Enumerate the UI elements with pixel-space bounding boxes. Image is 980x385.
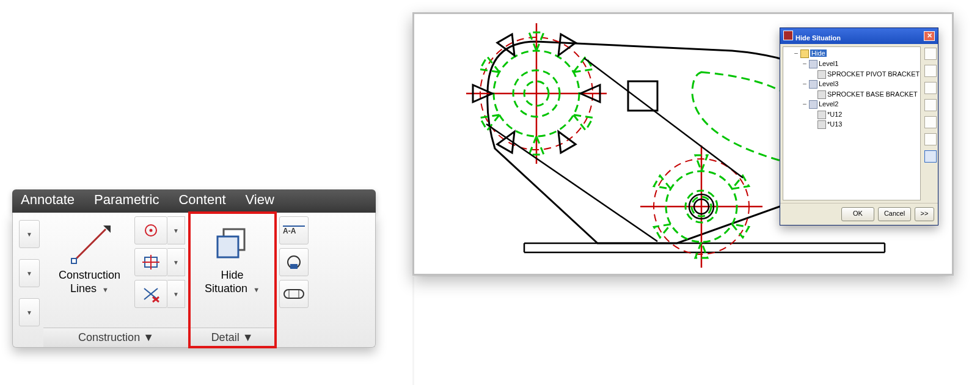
level-icon bbox=[809, 80, 817, 89]
panel-edge: ▼ ▼ ▼ bbox=[13, 213, 43, 347]
tree-level2[interactable]: Level2 bbox=[819, 100, 838, 108]
delete-cline-button[interactable] bbox=[134, 280, 167, 308]
dialog-cancel-button[interactable]: Cancel bbox=[878, 207, 911, 221]
panel-construction: Construction Lines ▼ ▼ bbox=[43, 213, 189, 347]
break-view-button[interactable] bbox=[279, 280, 309, 308]
dialog-footer: OK Cancel >> bbox=[780, 203, 938, 225]
svg-rect-11 bbox=[218, 237, 238, 257]
panel-construction-footer[interactable]: Construction ▼ bbox=[43, 328, 189, 347]
ribbon-crop: Annotate Parametric Content View ▼ ▼ ▼ bbox=[12, 189, 376, 348]
dialog-side-toolbar bbox=[923, 44, 938, 203]
part-icon bbox=[817, 120, 826, 129]
panel-detail: Hide Situation ▼ Detail ▼ bbox=[189, 213, 276, 347]
delete-cline-menu[interactable]: ▼ bbox=[167, 280, 185, 308]
tree-level1[interactable]: Level1 bbox=[819, 60, 838, 67]
construction-lines-caret: ▼ bbox=[102, 286, 109, 293]
tree-level2-item1[interactable]: *U12 bbox=[827, 111, 842, 118]
construction-lines-button[interactable]: Construction Lines ▼ bbox=[47, 216, 132, 301]
dialog-titlebar[interactable]: Hide Situation ✕ bbox=[780, 28, 938, 44]
side-tool-2[interactable] bbox=[924, 65, 937, 77]
construction-lines-label-2: Lines bbox=[70, 282, 97, 295]
folder-icon bbox=[800, 50, 809, 58]
rectangle-cline-button[interactable] bbox=[134, 248, 167, 276]
panel-partial-right: A-A bbox=[276, 213, 312, 347]
section-view-button[interactable]: A-A bbox=[279, 216, 309, 244]
tree-level2-item2[interactable]: *U13 bbox=[827, 120, 842, 128]
level-icon bbox=[809, 60, 817, 68]
side-tool-1[interactable] bbox=[924, 48, 937, 60]
part-icon bbox=[817, 70, 826, 79]
tree-level3[interactable]: Level3 bbox=[819, 80, 838, 87]
dialog-close-button[interactable]: ✕ bbox=[924, 31, 935, 41]
svg-rect-1 bbox=[71, 258, 76, 263]
hide-situation-label-2: Situation bbox=[205, 282, 247, 295]
drawing-area: Hide Situation ✕ −Hide −Level1 SPROCKET … bbox=[412, 12, 950, 385]
hide-tree[interactable]: −Hide −Level1 SPROCKET PIVOT BRACKET −Le… bbox=[783, 46, 921, 200]
part-icon bbox=[817, 90, 826, 99]
svg-point-4 bbox=[150, 229, 153, 232]
edge-dropdown-1[interactable]: ▼ bbox=[19, 220, 40, 248]
edge-dropdown-3[interactable]: ▼ bbox=[19, 298, 40, 326]
side-tool-down[interactable] bbox=[924, 116, 937, 128]
dialog-app-icon bbox=[783, 31, 793, 40]
tree-level3-item[interactable]: SPROCKET BASE BRACKET bbox=[827, 90, 918, 98]
svg-rect-16 bbox=[284, 290, 304, 298]
dialog-ok-button[interactable]: OK bbox=[841, 207, 874, 221]
hide-situation-dialog: Hide Situation ✕ −Hide −Level1 SPROCKET … bbox=[780, 28, 938, 226]
part-icon bbox=[817, 111, 826, 119]
construction-lines-icon bbox=[68, 223, 112, 267]
hide-situation-caret: ▼ bbox=[253, 286, 260, 293]
hide-situation-button[interactable]: Hide Situation ▼ bbox=[193, 216, 271, 301]
tab-annotate[interactable]: Annotate bbox=[21, 192, 75, 208]
tab-content[interactable]: Content bbox=[178, 192, 225, 208]
drawing-reflection bbox=[412, 277, 950, 385]
tree-level1-item[interactable]: SPROCKET PIVOT BRACKET bbox=[827, 70, 920, 78]
side-tool-up[interactable] bbox=[924, 99, 937, 111]
dialog-title-text: Hide Situation bbox=[795, 34, 841, 42]
side-tool-6[interactable] bbox=[924, 133, 937, 145]
drawing-canvas: Hide Situation ✕ −Hide −Level1 SPROCKET … bbox=[412, 12, 954, 276]
circle-center-mark-button[interactable] bbox=[134, 216, 167, 244]
tree-root[interactable]: Hide bbox=[810, 50, 827, 57]
dialog-more-button[interactable]: >> bbox=[915, 207, 934, 221]
rectangle-cline-menu[interactable]: ▼ bbox=[167, 248, 185, 276]
ribbon-body: ▼ ▼ ▼ Construction bbox=[12, 213, 376, 348]
tab-view[interactable]: View bbox=[246, 192, 274, 208]
hide-situation-label-1: Hide bbox=[221, 269, 244, 281]
ribbon-tab-strip: Annotate Parametric Content View bbox=[12, 189, 376, 213]
side-tool-zoom[interactable] bbox=[924, 150, 937, 163]
construction-tool-stack: ▼ ▼ ▼ bbox=[134, 216, 185, 308]
side-tool-delete[interactable] bbox=[924, 82, 937, 94]
detail-view-button[interactable] bbox=[279, 248, 309, 276]
construction-lines-label-1: Construction bbox=[59, 269, 120, 281]
svg-line-0 bbox=[74, 229, 106, 261]
edge-dropdown-2[interactable]: ▼ bbox=[19, 259, 40, 287]
svg-rect-15 bbox=[290, 264, 298, 269]
svg-line-39 bbox=[584, 58, 743, 178]
svg-text:A-A: A-A bbox=[283, 227, 296, 235]
level-icon bbox=[809, 100, 817, 109]
circle-center-mark-menu[interactable]: ▼ bbox=[167, 216, 185, 244]
hide-situation-icon bbox=[210, 223, 254, 267]
panel-detail-footer[interactable]: Detail ▼ bbox=[189, 328, 275, 347]
tab-parametric[interactable]: Parametric bbox=[94, 192, 159, 208]
svg-rect-23 bbox=[628, 81, 657, 111]
